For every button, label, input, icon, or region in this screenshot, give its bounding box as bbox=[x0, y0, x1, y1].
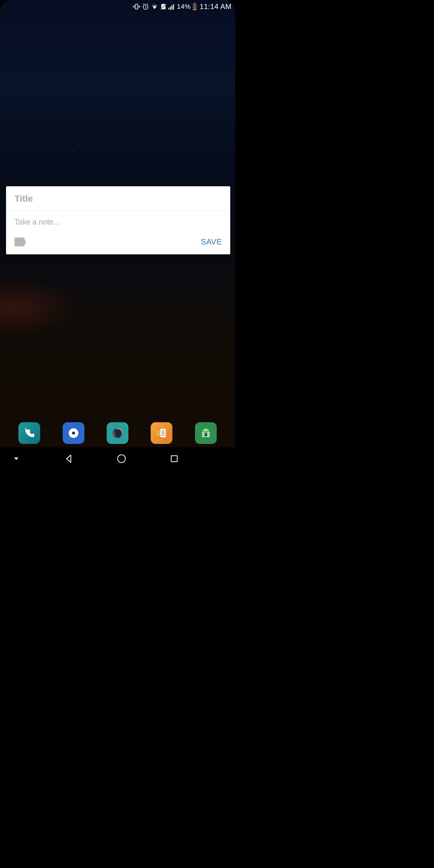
svg-rect-15 bbox=[173, 4, 174, 10]
svg-point-35 bbox=[118, 455, 125, 463]
svg-rect-13 bbox=[170, 7, 171, 10]
svg-rect-36 bbox=[171, 456, 177, 462]
dock-app-signal[interactable] bbox=[63, 422, 84, 444]
battery-percentage: 14% bbox=[177, 3, 191, 10]
nav-home-button[interactable] bbox=[113, 450, 130, 468]
alarm-icon bbox=[142, 3, 149, 10]
dock-app-firefox[interactable] bbox=[107, 422, 128, 444]
navigation-bar bbox=[0, 447, 235, 470]
svg-point-20 bbox=[72, 432, 75, 435]
svg-rect-0 bbox=[135, 4, 138, 9]
clock-time: 11:14 AM bbox=[200, 2, 231, 11]
save-button[interactable]: SAVE bbox=[201, 237, 222, 247]
wifi-icon bbox=[151, 4, 158, 10]
nav-back-button[interactable] bbox=[60, 450, 78, 468]
status-bar: 14% 11:14 AM bbox=[0, 0, 235, 13]
dock bbox=[0, 419, 235, 447]
nav-notification-chevron-icon[interactable] bbox=[7, 450, 25, 468]
svg-rect-22 bbox=[160, 429, 166, 437]
svg-rect-34 bbox=[205, 433, 207, 436]
svg-line-8 bbox=[143, 4, 144, 4]
svg-rect-14 bbox=[172, 5, 173, 10]
svg-rect-31 bbox=[202, 432, 210, 433]
label-icon[interactable] bbox=[14, 238, 26, 247]
dock-app-phone[interactable] bbox=[19, 422, 40, 444]
dock-app-android-privacy[interactable] bbox=[195, 422, 217, 444]
signal-icon bbox=[168, 4, 175, 10]
svg-point-30 bbox=[207, 430, 208, 431]
quick-note-card: SAVE bbox=[6, 186, 230, 254]
svg-rect-12 bbox=[168, 8, 169, 10]
nav-recents-button[interactable] bbox=[165, 450, 183, 468]
dock-app-notes[interactable] bbox=[151, 422, 173, 444]
svg-rect-18 bbox=[193, 9, 196, 10]
svg-line-9 bbox=[147, 4, 148, 4]
note-title-input[interactable] bbox=[14, 193, 222, 204]
note-body-input[interactable] bbox=[14, 217, 222, 229]
svg-rect-17 bbox=[193, 4, 196, 10]
battery-icon bbox=[193, 3, 197, 10]
svg-point-27 bbox=[157, 432, 160, 435]
svg-line-7 bbox=[146, 7, 147, 7]
vibrate-icon bbox=[133, 3, 140, 10]
svg-point-29 bbox=[204, 430, 205, 431]
no-sim-icon bbox=[160, 3, 167, 10]
svg-rect-16 bbox=[194, 3, 195, 4]
